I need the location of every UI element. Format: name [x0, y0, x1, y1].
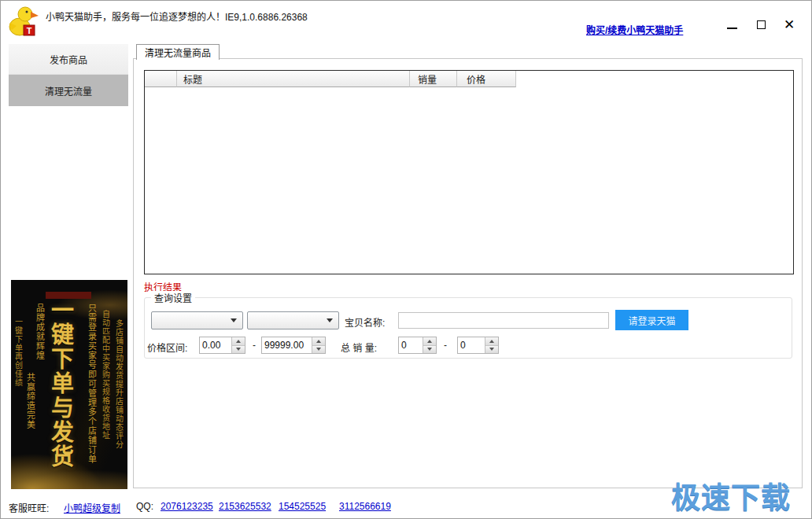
category-select-dropdown[interactable] [247, 311, 339, 329]
item-name-label: 宝贝名称: [345, 315, 385, 329]
table-header-select[interactable] [145, 71, 177, 87]
app-window: T 小鸭天猫助手，服务每一位追逐梦想的人！IE9,1.0.6886.26368 … [0, 0, 812, 519]
sales-max-value: 0 [458, 337, 485, 353]
ad-line: 品牌成就辉煌 [35, 304, 44, 360]
product-table: 标题 销量 价格 [144, 70, 794, 274]
stepper-buttons [423, 337, 436, 353]
sidebar-item-publish-goods[interactable]: 发布商品 [9, 44, 128, 75]
ad-main-text: 一键下单与发货 [48, 298, 72, 469]
table-header-title[interactable]: 标题 [177, 71, 410, 87]
sidebar-item-label: 发布商品 [50, 53, 87, 66]
service-wangwang-link[interactable]: 小鸭超级复制 [64, 501, 120, 514]
service-wangwang-label: 客服旺旺: [9, 501, 49, 514]
sales-min-stepper[interactable]: 0 [398, 337, 437, 354]
maximize-button[interactable] [750, 15, 772, 34]
qq-link[interactable]: 2076123235 [161, 501, 213, 512]
maximize-icon [757, 20, 766, 29]
minimize-icon [727, 28, 737, 29]
arrow-up-icon [316, 340, 321, 343]
qq-label: QQ: [136, 501, 153, 512]
total-sales-label: 总 销 量: [341, 340, 377, 354]
ad-line: 自动匹配中买家购买规格收货地址 [101, 310, 109, 440]
tab-content-panel: 标题 销量 价格 执行结果 查询设置 宝贝名称: 请登录天猫 价格区间: 0.0… [133, 58, 803, 488]
qq-link[interactable]: 2153625532 [219, 501, 271, 512]
ad-line: 只需登录买家号即可管理多个店铺订单 [87, 304, 96, 464]
price-min-stepper[interactable]: 0.00 [199, 337, 245, 354]
arrow-up-icon [236, 340, 241, 343]
arrow-up-icon [489, 340, 494, 343]
arrow-down-icon [316, 348, 321, 351]
close-button[interactable]: ✕ [778, 15, 800, 34]
table-header-sales[interactable]: 销量 [410, 71, 457, 87]
title-bar: T 小鸭天猫助手，服务每一位追逐梦想的人！IE9,1.0.6886.26368 … [1, 1, 811, 44]
table-header-row: 标题 销量 价格 [145, 71, 793, 87]
sidebar-item-clean-no-traffic[interactable]: 清理无流量 [9, 75, 128, 106]
shop-select-dropdown[interactable] [151, 311, 243, 329]
arrow-up-icon [427, 340, 432, 343]
stepper-up-button[interactable] [423, 337, 436, 346]
qq-link[interactable]: 3112566619 [339, 501, 391, 512]
ad-line: 一键下单再创佳绩 [13, 318, 22, 387]
query-settings-title: 查询设置 [151, 291, 195, 304]
sidebar: 发布商品 清理无流量 一键下单与发货 只需登录买家号即可管理多个店铺订单 自动匹… [9, 44, 128, 508]
stepper-down-button[interactable] [232, 346, 245, 354]
range-dash: - [444, 340, 447, 351]
price-max-value: 99999.00 [262, 337, 312, 353]
stepper-up-button[interactable] [312, 337, 325, 346]
sales-min-value: 0 [399, 337, 423, 353]
qq-link[interactable]: 154525525 [279, 501, 326, 512]
price-range-label: 价格区间: [147, 340, 187, 354]
sidebar-item-label: 清理无流量 [45, 84, 92, 98]
sales-max-stepper[interactable]: 0 [457, 337, 499, 354]
ad-line: 共赢缔造完美 [25, 373, 35, 429]
stepper-up-button[interactable] [232, 337, 245, 346]
stepper-down-button[interactable] [423, 346, 436, 354]
range-dash: - [253, 340, 256, 351]
stepper-buttons [485, 337, 498, 353]
download-site-watermark: 极速下载站 [671, 474, 811, 519]
ad-line: 多店铺自动发货提升店铺动态评分 [114, 319, 123, 449]
arrow-down-icon [236, 348, 241, 351]
tab-clean-no-traffic-goods[interactable]: 清理无流量商品 [136, 44, 220, 60]
table-header-price[interactable]: 价格 [457, 71, 516, 87]
login-tmall-button[interactable]: 请登录天猫 [615, 310, 688, 330]
svg-text:T: T [27, 26, 32, 35]
stepper-down-button[interactable] [312, 346, 325, 354]
stepper-down-button[interactable] [485, 346, 498, 354]
minimize-button[interactable] [721, 15, 743, 34]
arrow-down-icon [489, 348, 494, 351]
item-name-input[interactable] [398, 312, 609, 329]
promo-ad-banner: 一键下单与发货 只需登录买家号即可管理多个店铺订单 自动匹配中买家购买规格收货地… [11, 280, 127, 489]
query-settings-group: 查询设置 宝贝名称: 请登录天猫 价格区间: 0.00 - 99999.00 [144, 297, 792, 359]
stepper-up-button[interactable] [485, 337, 498, 346]
stepper-buttons [231, 337, 245, 353]
stepper-buttons [312, 337, 325, 353]
app-title: 小鸭天猫助手，服务每一位追逐梦想的人！IE9,1.0.6886.26368 [46, 9, 308, 23]
buy-renew-link[interactable]: 购买/续费小鸭天猫助手 [586, 23, 683, 36]
chevron-down-icon [327, 318, 333, 322]
tab-label: 清理无流量商品 [145, 46, 211, 59]
close-icon: ✕ [784, 18, 795, 31]
price-max-stepper[interactable]: 99999.00 [261, 337, 326, 354]
arrow-down-icon [427, 348, 432, 351]
chevron-down-icon [231, 318, 237, 322]
duck-app-icon: T [7, 4, 39, 39]
price-min-value: 0.00 [200, 337, 231, 353]
